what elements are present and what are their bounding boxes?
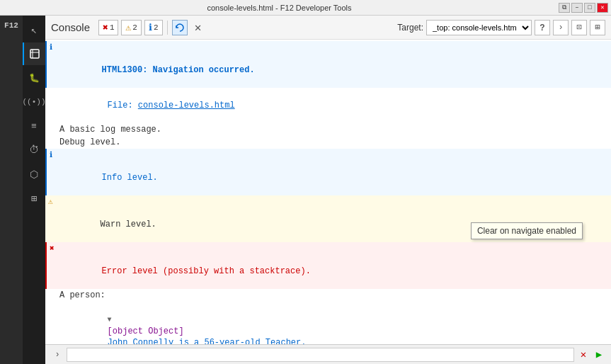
console-line: ✖ Error level (possibly with a stacktrac… — [45, 242, 611, 289]
info-badge-btn[interactable]: ℹ 2 — [144, 20, 163, 35]
console-line: Debug level. — [45, 136, 611, 149]
run-btn[interactable]: ▶ — [593, 348, 605, 361]
warn-icon: ⚠ — [48, 196, 53, 207]
error-icon: ✖ — [103, 22, 108, 33]
info-icon: ℹ — [50, 42, 52, 53]
maximize-btn[interactable]: □ — [584, 3, 595, 13]
bottom-bar: › ✕ ▶ — [45, 344, 611, 364]
info-count: 2 — [154, 23, 159, 32]
detach-btn[interactable]: › — [553, 20, 569, 35]
clear-on-navigate-btn[interactable] — [172, 20, 188, 35]
error-icon: ✖ — [50, 243, 55, 254]
f12-label: F12 — [0, 16, 23, 364]
file-link[interactable]: console-levels.html — [138, 101, 235, 110]
clear-output-btn[interactable]: ✕ — [577, 348, 590, 361]
warn-icon: ⚠ — [125, 22, 131, 33]
network-icon-btn[interactable]: ((•)) — [23, 91, 45, 113]
icon-bar: ↖ 🐛 ((•)) ≡ ⏱ ⬡ ⊞ — [23, 16, 45, 364]
console-line: File: console-levels.html — [45, 88, 611, 123]
ui-icon-btn[interactable]: ≡ — [23, 115, 45, 137]
minimize-btn[interactable]: – — [571, 3, 583, 13]
emu-icon-btn[interactable]: ⊞ — [23, 187, 45, 210]
mem-icon-btn[interactable]: ⬡ — [23, 163, 45, 186]
expand-arrow[interactable]: ▼ — [108, 316, 112, 324]
error-count: 1 — [110, 23, 115, 32]
warn-badge-btn[interactable]: ⚠ 2 — [121, 20, 141, 35]
error-badge-btn[interactable]: ✖ 1 — [98, 20, 118, 35]
console-line: A person: — [45, 289, 611, 302]
svg-rect-0 — [30, 50, 39, 58]
target-select[interactable]: _top: console-levels.htm — [426, 20, 532, 35]
console-line: ▼ [object Object] John Connelly is a 56-… — [45, 302, 611, 344]
console-output: ℹ HTML1300: Navigation occurred. File: c… — [45, 40, 611, 344]
cursor-icon-btn[interactable]: ↖ — [23, 18, 45, 41]
console-line: ℹ HTML1300: Navigation occurred. — [45, 41, 611, 88]
close-console-btn[interactable]: ✕ — [190, 20, 206, 35]
info-icon: ℹ — [50, 149, 52, 161]
restore-btn[interactable]: ⧉ — [559, 3, 570, 13]
settings-btn[interactable]: ⊞ — [590, 20, 605, 35]
debug-icon-btn[interactable]: 🐛 — [23, 67, 45, 89]
clear-on-navigate-tooltip: Clear on navigate enabled — [471, 222, 583, 239]
target-label: Target: — [397, 23, 423, 33]
console-input-toggle[interactable]: › — [51, 348, 64, 361]
info-icon: ℹ — [149, 22, 152, 33]
warn-count: 2 — [132, 23, 137, 32]
close-btn[interactable]: ✕ — [597, 3, 608, 13]
console-line: A basic log message. — [45, 123, 611, 136]
perf-icon-btn[interactable]: ⏱ — [23, 139, 45, 161]
console-line: ℹ Info level. — [45, 149, 611, 195]
window-title: console-levels.html - F12 Developer Tool… — [0, 4, 559, 12]
console-input[interactable] — [67, 348, 574, 362]
console-title: Console — [51, 21, 90, 33]
dock-btn[interactable]: ⊡ — [571, 20, 587, 35]
dom-icon-btn[interactable] — [23, 42, 45, 65]
help-btn[interactable]: ? — [535, 20, 550, 35]
